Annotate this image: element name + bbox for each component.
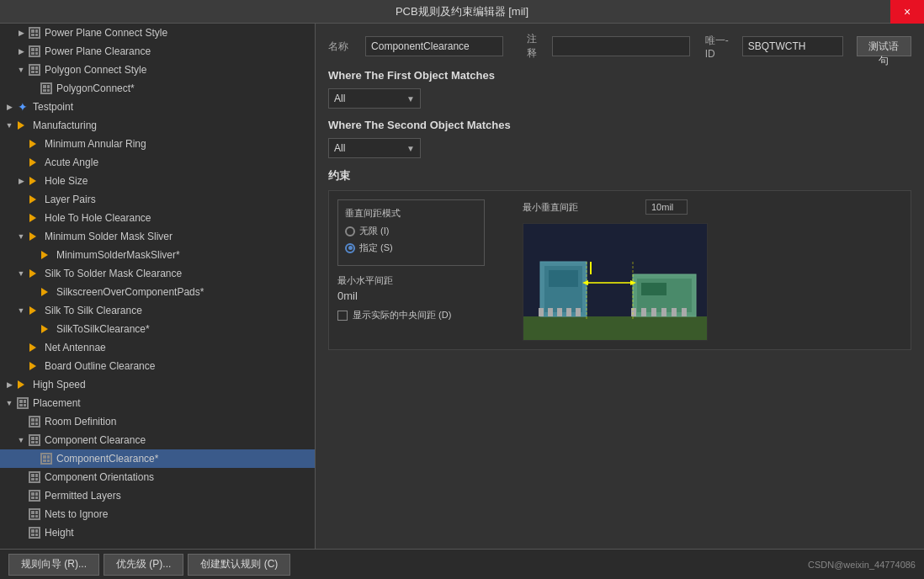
watermark: CSDN@weixin_44774086 bbox=[808, 560, 916, 570]
close-button[interactable]: × bbox=[890, 0, 924, 24]
tree-item-component-clearance[interactable]: ComponentClearance* bbox=[0, 449, 315, 468]
expand-icon bbox=[15, 471, 27, 483]
tree-item-nets-to-ignore[interactable]: Nets to Ignore bbox=[0, 505, 315, 523]
radio-unlimited-label: 无限 (I) bbox=[359, 225, 389, 237]
rules-wizard-button[interactable]: 规则向导 (R)... bbox=[8, 554, 99, 576]
arrow-icon bbox=[15, 119, 30, 132]
tree-item-height[interactable]: Height bbox=[0, 523, 315, 542]
expand-icon: ▶ bbox=[15, 27, 27, 39]
tree-item-min-annular[interactable]: Minimum Annular Ring bbox=[0, 135, 315, 153]
comment-input[interactable] bbox=[552, 36, 690, 56]
tree-item-hole-size[interactable]: ▶ Hole Size bbox=[0, 172, 315, 190]
tree-item-room-definition[interactable]: Room Definition bbox=[0, 412, 315, 431]
tree-label: Power Plane Connect Style bbox=[45, 27, 167, 39]
name-row: 名称 注释 唯一-ID 测试语句 bbox=[328, 32, 911, 61]
arrow-icon bbox=[27, 211, 42, 225]
expand-icon bbox=[15, 342, 27, 353]
first-match-dropdown-row: All ▼ bbox=[328, 88, 911, 109]
tree-label: Testpoint bbox=[33, 101, 73, 113]
grid-icon bbox=[27, 415, 42, 428]
tree-item-net-antennae[interactable]: Net Antennae bbox=[0, 338, 315, 357]
show-actual-checkbox[interactable] bbox=[337, 311, 348, 321]
tree-label: MinimumSolderMaskSliver* bbox=[56, 249, 180, 261]
tree-item-min-solder-item[interactable]: MinimumSolderMaskSliver* bbox=[0, 246, 315, 264]
tree-item-testpoint[interactable]: ▶ ✦ Testpoint bbox=[0, 98, 315, 116]
expand-icon bbox=[15, 360, 27, 372]
name-label: 名称 bbox=[328, 40, 358, 54]
tree-item-component-orientations[interactable]: Component Orientations bbox=[0, 468, 315, 486]
svg-rect-3 bbox=[549, 270, 578, 287]
tree-label: Minimum Annular Ring bbox=[45, 138, 146, 150]
dropdown-arrow: ▼ bbox=[406, 94, 415, 104]
expand-icon: ▶ bbox=[15, 175, 27, 187]
tree-item-placement[interactable]: ▼ Placement bbox=[0, 394, 315, 412]
show-actual-row: 显示实际的中央间距 (D) bbox=[337, 309, 506, 321]
first-match-title: Where The First Object Matches bbox=[328, 69, 911, 82]
tree-item-min-solder-mask[interactable]: ▼ Minimum Solder Mask Sliver bbox=[0, 227, 315, 246]
arrow-icon bbox=[27, 193, 42, 206]
tree-item-silk-to-silk[interactable]: ▼ Silk To Silk Clearance bbox=[0, 301, 315, 320]
show-actual-label: 显示实际的中央间距 (D) bbox=[353, 309, 451, 321]
tree-item-component-clearance-group[interactable]: ▼ Component Clearance bbox=[0, 431, 315, 449]
tree-label: Polygon Connect Style bbox=[45, 64, 146, 76]
tree-item-permitted-layers[interactable]: Permitted Layers bbox=[0, 486, 315, 505]
tree-label: Hole Size bbox=[45, 175, 88, 187]
grid-icon bbox=[15, 396, 30, 410]
radio-unlimited[interactable] bbox=[345, 226, 355, 236]
expand-icon: ▼ bbox=[3, 120, 15, 131]
expand-icon bbox=[15, 194, 27, 205]
expand-icon bbox=[27, 453, 39, 465]
radio-row-unlimited: 无限 (I) bbox=[345, 225, 477, 237]
expand-icon: ▶ bbox=[15, 45, 27, 57]
first-match-dropdown[interactable]: All ▼ bbox=[328, 88, 421, 109]
tree-item-high-speed[interactable]: ▶ High Speed bbox=[0, 375, 315, 394]
tree-item-polygon-connect[interactable]: ▼ Polygon Connect Style bbox=[0, 61, 315, 79]
create-default-button[interactable]: 创建默认规则 (C) bbox=[188, 554, 290, 576]
svg-rect-14 bbox=[651, 308, 656, 316]
constraint-section: 垂直间距模式 无限 (I) 指定 (S) 最小水平间距 0mil bbox=[328, 190, 911, 350]
min-horizontal-label: 最小水平间距 bbox=[337, 274, 506, 287]
tree-item-silk-silk-item[interactable]: SilkToSilkClearance* bbox=[0, 320, 315, 338]
svg-rect-10 bbox=[566, 308, 571, 316]
expand-icon bbox=[27, 286, 39, 298]
tree-item-manufacturing[interactable]: ▼ Manufacturing bbox=[0, 116, 315, 135]
tree-item-polygon-connect-item[interactable]: PolygonConnect* bbox=[0, 79, 315, 98]
name-input[interactable] bbox=[365, 36, 503, 56]
uid-label: 唯一-ID bbox=[705, 34, 735, 60]
tree-item-hole-to-hole[interactable]: Hole To Hole Clearance bbox=[0, 209, 315, 227]
arrow-icon bbox=[39, 248, 54, 262]
priority-button[interactable]: 优先级 (P)... bbox=[104, 554, 183, 576]
testpoint-icon: ✦ bbox=[15, 100, 30, 114]
tree-label: Minimum Solder Mask Sliver bbox=[45, 231, 173, 242]
tree-label: Manufacturing bbox=[33, 120, 97, 131]
tree-item-layer-pairs[interactable]: Layer Pairs bbox=[0, 190, 315, 209]
bottom-toolbar: 规则向导 (R)... 优先级 (P)... 创建默认规则 (C) CSDN@w… bbox=[0, 549, 924, 579]
bottom-buttons: 规则向导 (R)... 优先级 (P)... 创建默认规则 (C) bbox=[8, 554, 290, 576]
min-horizontal-section: 最小水平间距 0mil bbox=[337, 274, 506, 302]
tree-item-power-plane-connect[interactable]: ▶ Power Plane Connect Style bbox=[0, 24, 315, 42]
svg-rect-11 bbox=[576, 308, 581, 316]
title-text: PCB规则及约束编辑器 [mil] bbox=[396, 4, 528, 19]
second-match-value: All bbox=[334, 142, 345, 154]
tree-label: Silk To Solder Mask Clearance bbox=[45, 268, 182, 279]
expand-icon: ▼ bbox=[15, 305, 27, 316]
radio-specified[interactable] bbox=[345, 243, 355, 253]
tree-item-power-plane-clearance[interactable]: ▶ Power Plane Clearance bbox=[0, 42, 315, 61]
titlebar: PCB规则及约束编辑器 [mil] × bbox=[0, 0, 924, 24]
test-button[interactable]: 测试语句 bbox=[857, 36, 911, 56]
uid-input[interactable] bbox=[742, 36, 843, 56]
first-match-value: All bbox=[334, 93, 345, 104]
tree-label: SilkscreenOverComponentPads* bbox=[56, 286, 204, 298]
arrow-icon bbox=[27, 174, 42, 188]
arrow-icon bbox=[27, 156, 42, 169]
tree-item-board-outline[interactable]: Board Outline Clearance bbox=[0, 357, 315, 375]
arrow-icon bbox=[27, 267, 42, 280]
tree-item-silk-solder-item[interactable]: SilkscreenOverComponentPads* bbox=[0, 283, 315, 301]
tree-item-silk-to-solder[interactable]: ▼ Silk To Solder Mask Clearance bbox=[0, 264, 315, 283]
expand-icon bbox=[15, 138, 27, 150]
tree-label: Board Outline Clearance bbox=[45, 360, 155, 372]
comment-label: 注释 bbox=[527, 32, 545, 61]
tree-label: Height bbox=[45, 527, 74, 539]
tree-item-acute-angle[interactable]: Acute Angle bbox=[0, 153, 315, 172]
second-match-dropdown[interactable]: All ▼ bbox=[328, 138, 421, 158]
